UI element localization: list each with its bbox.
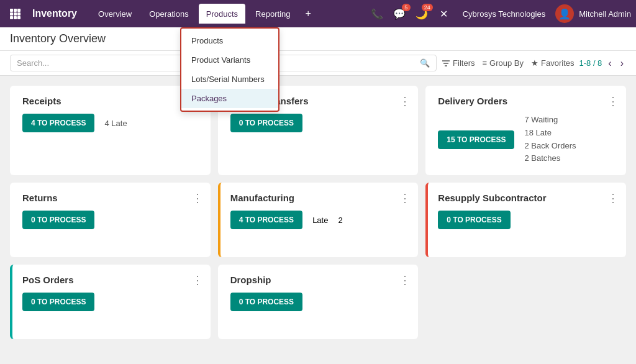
delivery-info-3: 2 Back Orders	[524, 140, 576, 153]
card-manufacturing-title: Manufacturing	[230, 193, 409, 203]
toolbar: Search... 🔍 Filters ≡ Group By ★ Favorit…	[0, 51, 636, 76]
card-manufacturing-menu[interactable]: ⋮	[399, 191, 411, 205]
card-receipts-title: Receipts	[22, 96, 201, 106]
card-pos-menu[interactable]: ⋮	[192, 273, 203, 287]
nav-products[interactable]: Products	[199, 4, 245, 24]
clock-icon[interactable]: 🌙 24	[413, 5, 430, 22]
pagination-range: 1-8 / 8	[579, 58, 602, 68]
dropship-process-btn[interactable]: 0 TO PROCESS	[230, 293, 302, 311]
dropdown-packages[interactable]: Packages	[181, 89, 278, 108]
svg-rect-0	[10, 9, 13, 12]
sub-navigation: Inventory Overview	[0, 27, 636, 51]
favorites-button[interactable]: ★ Favorites	[531, 58, 574, 68]
dropdown-product-variants[interactable]: Product Variants	[181, 50, 278, 70]
nav-overview[interactable]: Overview	[91, 4, 139, 24]
company-name: Cybrosys Technologies	[463, 9, 545, 19]
app-brand[interactable]: Inventory	[27, 6, 82, 22]
card-delivery-title: Delivery Orders	[438, 96, 616, 106]
groupby-button[interactable]: ≡ Group By	[483, 58, 524, 68]
chat-icon[interactable]: 💬 5	[391, 5, 408, 22]
user-name[interactable]: Mitchell Admin	[579, 9, 631, 19]
receipts-process-btn[interactable]: 4 TO PROCESS	[22, 114, 94, 132]
groupby-label: Group By	[489, 58, 524, 68]
pagination-next[interactable]: ›	[618, 58, 626, 69]
card-pos-orders: PoS Orders ⋮ 0 TO PROCESS	[10, 265, 211, 339]
search-icon: 🔍	[420, 58, 430, 68]
delivery-info-4: 2 Batches	[524, 152, 576, 165]
clock-badge: 24	[422, 4, 433, 11]
star-icon: ★	[531, 58, 538, 68]
svg-rect-3	[10, 12, 13, 16]
card-dropship-title: Dropship	[230, 275, 409, 285]
top-navigation: Inventory Overview Operations Products R…	[0, 0, 636, 27]
manufacturing-late: Late	[312, 216, 328, 225]
manufacturing-count: 2	[338, 216, 342, 225]
svg-rect-6	[10, 16, 13, 19]
phone-icon[interactable]: 📞	[368, 5, 386, 22]
dropdown-products[interactable]: Products	[181, 31, 278, 50]
card-delivery-orders: Delivery Orders ⋮ 15 TO PROCESS 7 Waitin…	[425, 86, 626, 175]
svg-rect-8	[17, 16, 20, 19]
internal-process-btn[interactable]: 0 TO PROCESS	[230, 114, 302, 132]
products-dropdown: Products Product Variants Lots/Serial Nu…	[180, 27, 279, 112]
delivery-process-btn[interactable]: 15 TO PROCESS	[438, 130, 514, 149]
card-dropship: Dropship ⋮ 0 TO PROCESS	[218, 265, 419, 339]
card-returns: Returns ⋮ 0 TO PROCESS	[10, 183, 211, 257]
manufacturing-info: Late 2	[312, 216, 343, 225]
resupply-process-btn[interactable]: 0 TO PROCESS	[438, 211, 510, 229]
delivery-info-1: 7 Waiting	[524, 114, 576, 127]
card-returns-menu[interactable]: ⋮	[192, 191, 203, 205]
card-manufacturing: Manufacturing ⋮ 4 TO PROCESS Late 2	[218, 183, 419, 257]
nav-reporting[interactable]: Reporting	[248, 4, 298, 24]
manufacturing-process-btn[interactable]: 4 TO PROCESS	[230, 211, 302, 229]
chat-badge: 5	[402, 4, 411, 11]
svg-rect-1	[14, 9, 17, 12]
card-internal-menu[interactable]: ⋮	[399, 94, 411, 108]
card-pos-title: PoS Orders	[22, 275, 201, 285]
page-title: Inventory Overview	[10, 32, 106, 45]
svg-rect-5	[17, 12, 20, 16]
pagination-prev[interactable]: ‹	[606, 58, 614, 69]
dropdown-lots-serial[interactable]: Lots/Serial Numbers	[181, 70, 278, 89]
svg-rect-7	[14, 16, 17, 19]
card-resupply-menu[interactable]: ⋮	[607, 191, 619, 205]
close-icon[interactable]: ✕	[435, 5, 453, 22]
search-placeholder: Search...	[17, 58, 49, 68]
delivery-info: 7 Waiting 18 Late 2 Back Orders 2 Batche…	[524, 114, 576, 165]
card-delivery-menu[interactable]: ⋮	[607, 94, 619, 108]
nav-add-button[interactable]: +	[300, 6, 316, 22]
filters-label: Filters	[453, 58, 475, 68]
cards-grid: Receipts ⋮ 4 TO PROCESS 4 Late Internal …	[0, 76, 636, 349]
card-resupply-title: Resupply Subcontractor	[438, 193, 616, 203]
card-dropship-menu[interactable]: ⋮	[399, 273, 411, 287]
pagination: 1-8 / 8 ‹ ›	[579, 58, 626, 69]
filters-button[interactable]: Filters	[442, 58, 475, 68]
card-resupply: Resupply Subcontractor ⋮ 0 TO PROCESS	[425, 183, 626, 257]
svg-rect-4	[14, 12, 17, 16]
delivery-info-2: 18 Late	[524, 127, 576, 140]
grid-menu-icon[interactable]	[5, 4, 25, 24]
pos-process-btn[interactable]: 0 TO PROCESS	[22, 293, 94, 311]
returns-process-btn[interactable]: 0 TO PROCESS	[22, 211, 94, 229]
user-avatar[interactable]: 👤	[555, 4, 574, 23]
favorites-label: Favorites	[541, 58, 574, 68]
groupby-icon: ≡	[483, 58, 488, 68]
card-returns-title: Returns	[22, 193, 201, 203]
receipts-info: 4 Late	[104, 119, 127, 128]
nav-operations[interactable]: Operations	[142, 4, 196, 24]
svg-rect-2	[17, 9, 20, 12]
